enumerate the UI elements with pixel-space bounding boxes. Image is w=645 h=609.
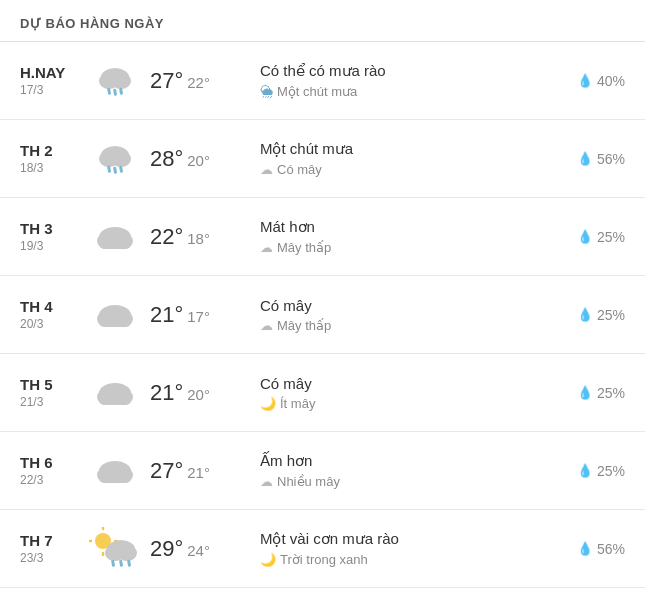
description-col: Có mây 🌙 Ít mây: [250, 375, 555, 411]
desc-sub-icon: ☁: [260, 318, 273, 333]
weather-row: TH 6 22/3 27° 21° Ấm hơn ☁ Nhiều mây: [0, 432, 645, 510]
svg-point-2: [111, 73, 131, 89]
desc-sub: ☁ Mây thấp: [260, 240, 555, 255]
drop-icon: 💧: [577, 307, 593, 322]
temperature-col: 27° 22°: [150, 68, 250, 94]
day-name: TH 5: [20, 376, 80, 393]
description-col: Ấm hơn ☁ Nhiều mây: [250, 452, 555, 489]
desc-sub: 🌙 Trời trong xanh: [260, 552, 555, 567]
day-date: 18/3: [20, 161, 80, 175]
description-col: Có mây ☁ Mây thấp: [250, 297, 555, 333]
precipitation-col: 💧 40%: [555, 73, 625, 89]
svg-point-8: [111, 151, 131, 167]
precip-value: 25%: [597, 229, 625, 245]
svg-rect-15: [99, 239, 131, 249]
svg-rect-4: [113, 88, 117, 95]
desc-main: Ấm hơn: [260, 452, 555, 470]
day-col: TH 4 20/3: [20, 298, 80, 331]
precip-value: 56%: [597, 151, 625, 167]
temp-low: 20°: [187, 152, 210, 169]
desc-sub-icon: 🌙: [260, 396, 276, 411]
day-name: H.NAY: [20, 64, 80, 81]
desc-sub: 🌦 Một chút mưa: [260, 84, 555, 99]
day-name: TH 6: [20, 454, 80, 471]
weather-icon: [80, 61, 150, 101]
description-col: Mát hơn ☁ Mây thấp: [250, 218, 555, 255]
precip-value: 40%: [597, 73, 625, 89]
desc-sub-text: Trời trong xanh: [280, 552, 368, 567]
svg-rect-37: [119, 559, 123, 566]
desc-sub-text: Nhiều mây: [277, 474, 340, 489]
temp-low: 21°: [187, 464, 210, 481]
day-col: TH 7 23/3: [20, 532, 80, 565]
day-name: TH 7: [20, 532, 80, 549]
desc-sub-icon: ☁: [260, 162, 273, 177]
desc-sub: ☁ Có mây: [260, 162, 555, 177]
temp-high: 28°: [150, 146, 183, 172]
drop-icon: 💧: [577, 73, 593, 88]
precip-value: 25%: [597, 307, 625, 323]
day-date: 23/3: [20, 551, 80, 565]
day-date: 17/3: [20, 83, 80, 97]
weather-row: TH 3 19/3 22° 18° Mát hơn ☁ Mây thấp: [0, 198, 645, 276]
desc-sub: ☁ Mây thấp: [260, 318, 555, 333]
desc-main: Có mây: [260, 375, 555, 392]
weather-icon: [80, 453, 150, 489]
day-col: TH 6 22/3: [20, 454, 80, 487]
temp-high: 27°: [150, 68, 183, 94]
temp-high: 27°: [150, 458, 183, 484]
precipitation-col: 💧 25%: [555, 307, 625, 323]
weather-icon: [80, 527, 150, 571]
temp-high: 21°: [150, 302, 183, 328]
temperature-col: 21° 20°: [150, 380, 250, 406]
temp-low: 24°: [187, 542, 210, 559]
temperature-col: 27° 21°: [150, 458, 250, 484]
temp-high: 21°: [150, 380, 183, 406]
desc-sub-icon: ☁: [260, 474, 273, 489]
section-header: DỰ BÁO HÀNG NGÀY: [0, 0, 645, 42]
desc-main: Có thể có mưa rào: [260, 62, 555, 80]
temperature-col: 21° 17°: [150, 302, 250, 328]
desc-sub-text: Mây thấp: [277, 318, 331, 333]
precipitation-col: 💧 56%: [555, 541, 625, 557]
drop-icon: 💧: [577, 463, 593, 478]
precipitation-col: 💧 25%: [555, 229, 625, 245]
desc-sub: 🌙 Ít mây: [260, 396, 555, 411]
desc-sub: ☁ Nhiều mây: [260, 474, 555, 489]
desc-main: Mát hơn: [260, 218, 555, 236]
precipitation-col: 💧 56%: [555, 151, 625, 167]
temperature-col: 22° 18°: [150, 224, 250, 250]
temp-high: 22°: [150, 224, 183, 250]
desc-main: Có mây: [260, 297, 555, 314]
description-col: Một chút mưa ☁ Có mây: [250, 140, 555, 177]
desc-main: Một vài cơn mưa rào: [260, 530, 555, 548]
description-col: Một vài cơn mưa rào 🌙 Trời trong xanh: [250, 530, 555, 567]
day-col: TH 3 19/3: [20, 220, 80, 253]
temp-low: 20°: [187, 386, 210, 403]
desc-sub-icon: ☁: [260, 240, 273, 255]
weather-icon: [80, 219, 150, 255]
weather-row: H.NAY 17/3 27° 22° Có thể có mưa rào: [0, 42, 645, 120]
svg-rect-38: [127, 559, 131, 566]
precipitation-col: 💧 25%: [555, 463, 625, 479]
precip-value: 25%: [597, 463, 625, 479]
description-col: Có thể có mưa rào 🌦 Một chút mưa: [250, 62, 555, 99]
day-col: TH 5 21/3: [20, 376, 80, 409]
temp-low: 17°: [187, 308, 210, 325]
temperature-col: 28° 20°: [150, 146, 250, 172]
day-name: TH 4: [20, 298, 80, 315]
desc-sub-text: Mây thấp: [277, 240, 331, 255]
drop-icon: 💧: [577, 385, 593, 400]
svg-point-35: [117, 545, 137, 561]
desc-sub-text: Ít mây: [280, 396, 315, 411]
temp-high: 29°: [150, 536, 183, 562]
drop-icon: 💧: [577, 151, 593, 166]
drop-icon: 💧: [577, 229, 593, 244]
weather-row: TH 7 23/3 29° 24°: [0, 510, 645, 588]
precip-value: 25%: [597, 385, 625, 401]
day-name: TH 3: [20, 220, 80, 237]
day-col: H.NAY 17/3: [20, 64, 80, 97]
svg-rect-19: [99, 317, 131, 327]
day-col: TH 2 18/3: [20, 142, 80, 175]
precip-value: 56%: [597, 541, 625, 557]
